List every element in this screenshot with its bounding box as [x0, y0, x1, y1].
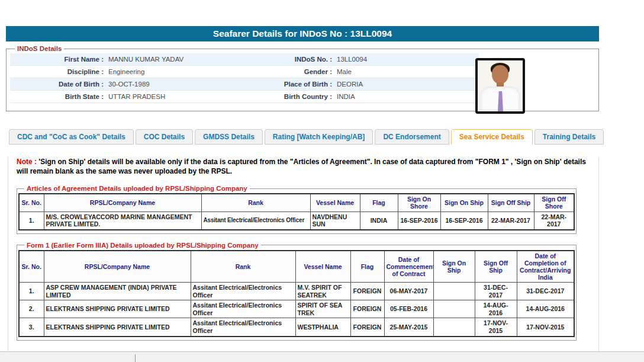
- header-sign-off-shore: Sign Off Shore: [534, 194, 574, 212]
- field-value-place-of-birth: DEORIA: [332, 78, 479, 90]
- detail-row: First Name : MANNU KUMAR YADAV INDoS No.…: [10, 53, 479, 66]
- articles-of-agreement-legend: Articles of Agreement Details uploaded b…: [24, 185, 250, 192]
- cell-sr-no: 1.: [19, 282, 44, 300]
- tab-cdc-coc-as-cook-details[interactable]: CDC and "CoC as Cook" Details: [9, 129, 134, 145]
- header-flag: Flag: [350, 251, 384, 283]
- cell-sign-on-shore: 16-SEP-2016: [398, 212, 440, 230]
- cell-sign-off-ship: 22-MAR-2017: [488, 212, 534, 230]
- cell-vessel: M.V. SPIRIT OF SEATREK: [295, 282, 350, 300]
- tab-dc-endorsement[interactable]: DC Endorsement: [375, 129, 449, 145]
- cell-flag: FOREIGN: [350, 282, 384, 300]
- cell-date-of-commencement: 05-FEB-2016: [384, 300, 433, 318]
- tab-coc-details[interactable]: COC Details: [136, 129, 193, 145]
- cell-sign-on-ship: [433, 300, 475, 318]
- header-sign-on-shore: Sign On Shore: [398, 194, 440, 212]
- table-row: 1. ASP CREW MANAGEMENT (INDIA) PRIVATE L…: [19, 282, 574, 300]
- cell-flag: FOREIGN: [350, 300, 384, 318]
- header-sign-on-ship: Sign On Ship: [433, 251, 475, 283]
- cell-date-of-completion: 31-DEC-2017: [517, 282, 574, 300]
- cell-rank: Assitant Electrical/Electronics Officer: [191, 318, 295, 337]
- cell-date-of-commencement: 25-MAY-2015: [384, 318, 433, 337]
- cell-rank: Assitant Electrical/Electronics Officer: [191, 282, 295, 300]
- cell-sign-off-ship: 17-NOV-2015: [475, 318, 517, 337]
- photo-face: [492, 65, 508, 84]
- note-text: 'Sign on Ship' details will be available…: [17, 158, 586, 175]
- cell-sign-off-ship: 14-AUG-2016: [475, 300, 517, 318]
- header-vessel-name: Vessel Name: [295, 251, 350, 283]
- header-sr-no: Sr. No.: [19, 251, 44, 283]
- header-rank: Rank: [201, 194, 310, 212]
- cell-sign-on-ship: [433, 318, 475, 337]
- field-value-discipline: Engineering: [104, 66, 273, 78]
- header-rank: Rank: [191, 251, 295, 283]
- sea-service-tab-panel: Note : 'Sign on Ship' details will be av…: [8, 157, 599, 362]
- tab-bar: CDC and "CoC as Cook" DetailsCOC Details…: [6, 129, 599, 145]
- field-label-birth-state: Birth State :: [10, 91, 104, 102]
- header-sign-off-ship: Sign Off Ship: [488, 194, 534, 212]
- header-date-of-completion: Date of Completion of Contract/Arriving …: [517, 251, 574, 283]
- detail-row: Date of Birth : 30-OCT-1989 Place of Bir…: [10, 78, 479, 91]
- header-vessel-name: Vessel Name: [310, 194, 360, 212]
- horizontal-scrollbar-track[interactable]: [0, 351, 644, 362]
- header-rpsl-company-name: RPSL/Company Name: [44, 194, 201, 212]
- articles-of-agreement-fieldset: Articles of Agreement Details uploaded b…: [17, 185, 577, 233]
- page-title: Seafarer Details for INDoS No : 13LL0094: [213, 28, 392, 39]
- note-label: Note :: [17, 158, 38, 166]
- tab-training-details[interactable]: Training Details: [534, 129, 604, 145]
- field-value-indos-no: 13LL0094: [332, 53, 479, 65]
- cell-date-of-completion: 17-NOV-2015: [517, 318, 574, 337]
- cell-rank: Assitant Electrical/Electronics Officer: [191, 300, 295, 318]
- field-label-first-name: First Name :: [10, 53, 104, 65]
- header-sign-off-ship: Sign Off Ship: [475, 251, 517, 283]
- table-header-row: Sr. No. RPSL/Company Name Rank Vessel Na…: [19, 251, 574, 283]
- cell-company: ELEKTRANS SHIPPING PRIVATE LIMITED: [44, 318, 191, 337]
- form1-fieldset: Form 1 (Earlier Form IIIA) Details uploa…: [17, 242, 577, 341]
- cell-rank: Assitant Electrical/Electronics Officer: [201, 212, 310, 230]
- field-value-birth-state: UTTAR PRADESH: [104, 91, 273, 102]
- title-bar: Seafarer Details for INDoS No : 13LL0094: [6, 26, 599, 41]
- field-value-birth-country: INDIA: [332, 91, 479, 102]
- cell-sign-off-shore: 22-MAR-2017: [534, 212, 574, 230]
- table-header-row: Sr. No. RPSL/Company Name Rank Vessel Na…: [19, 194, 574, 212]
- header-sign-on-ship: Sign On Ship: [440, 194, 488, 212]
- cell-vessel: WESTPHALIA: [295, 318, 350, 337]
- indos-details-legend: INDoS Details: [15, 45, 64, 52]
- indos-details-fieldset: INDoS Details First Name : MANNU KUMAR Y…: [6, 45, 599, 111]
- cell-vessel: SPIRIT OF SEA TREK: [295, 300, 350, 318]
- field-label-date-of-birth: Date of Birth :: [10, 78, 104, 90]
- cell-flag: INDIA: [360, 212, 398, 230]
- cell-sr-no: 2.: [19, 300, 44, 318]
- field-value-first-name: MANNU KUMAR YADAV: [104, 53, 273, 65]
- frame-divider: [135, 354, 136, 362]
- detail-row: Discipline : Engineering Gender : Male: [10, 66, 479, 78]
- field-label-indos-no: INDoS No. :: [273, 53, 332, 65]
- tab-rating-watch-keeping-ab[interactable]: Rating [Watch Keeping/AB]: [265, 129, 373, 145]
- cell-sr-no: 1.: [19, 212, 44, 230]
- cell-date-of-completion: 14-AUG-2016: [517, 300, 574, 318]
- seafarer-details-page: Seafarer Details for INDoS No : 13LL0094…: [0, 0, 644, 362]
- seafarer-photo: [475, 58, 525, 114]
- page-content: Seafarer Details for INDoS No : 13LL0094…: [6, 26, 599, 362]
- form1-table: Sr. No. RPSL/Company Name Rank Vessel Na…: [18, 250, 575, 337]
- field-label-discipline: Discipline :: [10, 66, 104, 78]
- header-date-of-commencement: Date of Commencement of Contract: [384, 251, 433, 283]
- cell-company: ELEKTRANS SHIPPING PRIVATE LIMITED: [44, 300, 191, 318]
- field-label-place-of-birth: Place of Birth :: [273, 78, 332, 90]
- field-value-gender: Male: [332, 66, 479, 78]
- tab-sea-service-details[interactable]: Sea Service Details: [451, 129, 533, 145]
- table-row: 1. M/S. CROWLEYACCORD MARINE MANAGEMENT …: [19, 212, 574, 230]
- indos-details-grid: First Name : MANNU KUMAR YADAV INDoS No.…: [10, 53, 479, 103]
- cell-company: M/S. CROWLEYACCORD MARINE MANAGEMENT PRI…: [44, 212, 201, 230]
- form1-legend: Form 1 (Earlier Form IIIA) Details uploa…: [24, 242, 261, 249]
- cell-sign-on-ship: 16-SEP-2016: [440, 212, 488, 230]
- table-row: 3. ELEKTRANS SHIPPING PRIVATE LIMITED As…: [19, 318, 574, 337]
- cell-company: ASP CREW MANAGEMENT (INDIA) PRIVATE LIMI…: [44, 282, 191, 300]
- cell-date-of-commencement: 06-MAY-2017: [384, 282, 433, 300]
- note: Note : 'Sign on Ship' details will be av…: [17, 157, 590, 176]
- tab-gmdss-details[interactable]: GMDSS Details: [195, 129, 263, 145]
- field-label-gender: Gender :: [273, 66, 332, 78]
- header-flag: Flag: [360, 194, 398, 212]
- cell-sr-no: 3.: [19, 318, 44, 337]
- cell-sign-on-ship: [433, 282, 475, 300]
- cell-sign-off-ship: 31-DEC-2017: [475, 282, 517, 300]
